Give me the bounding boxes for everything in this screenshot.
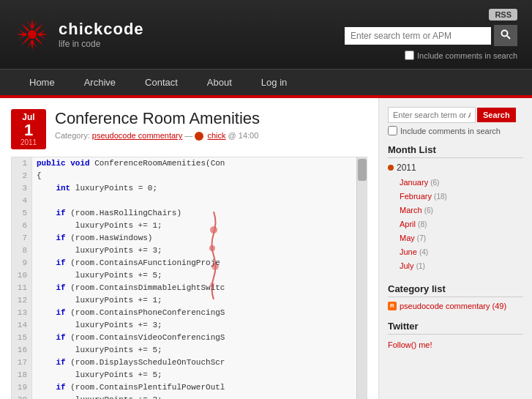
svg-marker-9 bbox=[21, 37, 30, 46]
date-year: 2011 bbox=[11, 138, 46, 146]
month-count: (8) bbox=[418, 220, 427, 228]
code-line: 17 if (room.DisplaysScheduleOnTouchScr bbox=[12, 357, 367, 369]
sidebar-include-comments-checkbox[interactable] bbox=[388, 126, 397, 135]
line-code: luxuryPoints += 3; bbox=[32, 319, 162, 332]
code-container: 1public void ConferenceRoomAmenities(Con… bbox=[11, 157, 367, 399]
line-number: 4 bbox=[12, 195, 32, 207]
line-number: 6 bbox=[12, 220, 32, 232]
month-link[interactable]: April bbox=[400, 220, 416, 228]
code-scrollbar[interactable] bbox=[356, 157, 367, 399]
rss-button[interactable]: RSS bbox=[489, 9, 517, 20]
month-item: February (18) bbox=[400, 190, 523, 204]
sidebar: Search Include comments in search Month … bbox=[378, 98, 532, 399]
code-line: 13 if (room.ContainsPhoneConferencingS bbox=[12, 307, 367, 319]
nav-item-about[interactable]: About bbox=[192, 70, 247, 95]
code-line: 14 luxuryPoints += 3; bbox=[12, 319, 367, 332]
line-number: 8 bbox=[12, 245, 32, 257]
author-icon bbox=[195, 132, 203, 141]
code-line: 9 if (room.ContainsAFunctioningProje bbox=[12, 257, 367, 269]
site-title: chickcode bbox=[59, 20, 144, 39]
code-line: 19 if (room.ContainsPlentifulPowerOutl bbox=[12, 381, 367, 394]
date-badge: Jul 1 2011 bbox=[11, 109, 46, 149]
month-item: January (6) bbox=[400, 176, 523, 190]
line-code: luxuryPoints += 1; bbox=[32, 294, 162, 307]
code-line: 15 if (room.ContainsVideoConferencingS bbox=[12, 332, 367, 344]
line-number: 7 bbox=[12, 232, 32, 245]
line-number: 11 bbox=[12, 282, 32, 294]
code-line: 20 luxuryPoints += 2; bbox=[12, 394, 367, 399]
main: Jul 1 2011 Conference Room Amenities Cat… bbox=[0, 98, 532, 399]
month-list: January (6)February (18)March (6)April (… bbox=[388, 176, 523, 273]
line-code: if (room.HasRollingChairs) bbox=[32, 207, 181, 220]
line-code: luxuryPoints += 3; bbox=[32, 245, 162, 257]
line-code bbox=[32, 195, 37, 207]
line-number: 17 bbox=[12, 357, 32, 369]
header-include-comments: Include comments in search bbox=[405, 51, 517, 60]
month-link[interactable]: February bbox=[400, 192, 432, 201]
month-link[interactable]: July bbox=[400, 261, 414, 270]
rss-small-icon: R bbox=[388, 302, 397, 310]
month-item: July (1) bbox=[400, 259, 523, 273]
month-link[interactable]: June bbox=[400, 247, 417, 256]
svg-point-18 bbox=[502, 31, 508, 37]
header-search-input[interactable] bbox=[345, 27, 491, 45]
code-line: 1public void ConferenceRoomAmenities(Con bbox=[12, 157, 367, 170]
line-code: luxuryPoints += 5; bbox=[32, 369, 162, 381]
header-right: RSS Include comments in search bbox=[345, 9, 517, 60]
category-link[interactable]: pseudocode commentary bbox=[92, 131, 183, 140]
svg-marker-8 bbox=[35, 37, 44, 46]
year-bullet bbox=[388, 165, 394, 171]
scroll-thumb[interactable] bbox=[358, 159, 367, 181]
sidebar-search: Search Include comments in search bbox=[388, 107, 523, 135]
month-link[interactable]: January bbox=[400, 178, 428, 187]
header-search-button[interactable] bbox=[494, 25, 517, 46]
header-include-comments-checkbox[interactable] bbox=[405, 51, 414, 60]
article-meta: Category: pseudocode commentary — chick … bbox=[55, 131, 260, 141]
line-code: if (room.ContainsPhoneConferencingS bbox=[32, 307, 225, 319]
sidebar-include-comments-label: Include comments in search bbox=[400, 127, 501, 135]
nav-item-login[interactable]: Log in bbox=[247, 70, 301, 95]
category-link-sidebar[interactable]: pseudocode commentary (49) bbox=[400, 302, 506, 310]
month-link[interactable]: March bbox=[400, 206, 422, 215]
month-count: (18) bbox=[434, 193, 447, 201]
code-line: 10 luxuryPoints += 5; bbox=[12, 269, 367, 282]
line-number: 9 bbox=[12, 257, 32, 269]
line-number: 12 bbox=[12, 294, 32, 307]
code-line: 18 luxuryPoints += 5; bbox=[12, 369, 367, 381]
header: chickcode life in code RSS Include comme… bbox=[0, 0, 532, 69]
category-list-title: Category list bbox=[388, 283, 523, 297]
line-number: 14 bbox=[12, 319, 32, 332]
category-item: R pseudocode commentary (49) bbox=[388, 302, 523, 310]
sidebar-search-button[interactable]: Search bbox=[477, 108, 516, 122]
nav-item-archive[interactable]: Archive bbox=[70, 70, 130, 95]
line-number: 20 bbox=[12, 394, 32, 399]
line-number: 10 bbox=[12, 269, 32, 282]
header-include-comments-label: Include comments in search bbox=[417, 51, 517, 60]
line-code: if (room.HasWindows) bbox=[32, 232, 152, 245]
month-link[interactable]: May bbox=[400, 234, 415, 242]
nav-item-contact[interactable]: Contact bbox=[130, 70, 192, 95]
date-day: 1 bbox=[11, 122, 46, 138]
author-link[interactable]: chick bbox=[207, 131, 225, 140]
line-number: 19 bbox=[12, 381, 32, 394]
month-item: March (6) bbox=[400, 204, 523, 217]
category-label: Category: bbox=[55, 131, 90, 140]
code-line: 3 int luxuryPoints = 0; bbox=[12, 182, 367, 195]
article-title-area: Conference Room Amenities Category: pseu… bbox=[55, 109, 260, 141]
month-count: (7) bbox=[417, 234, 426, 242]
line-code: if (room.ContainsDimmableLightSwitc bbox=[32, 282, 225, 294]
article-header: Jul 1 2011 Conference Room Amenities Cat… bbox=[11, 109, 367, 149]
svg-marker-6 bbox=[21, 23, 30, 32]
sidebar-search-input[interactable] bbox=[388, 107, 476, 123]
line-code: luxuryPoints += 5; bbox=[32, 269, 162, 282]
month-list-section: Month List 2011 January (6)February (18)… bbox=[388, 144, 523, 273]
month-list-year: 2011 bbox=[388, 163, 523, 173]
line-code: if (room.ContainsPlentifulPowerOutl bbox=[32, 381, 225, 394]
code-line: 8 luxuryPoints += 3; bbox=[12, 245, 367, 257]
logo-icon bbox=[15, 17, 50, 52]
svg-marker-7 bbox=[35, 23, 44, 32]
twitter-follow-link[interactable]: Follow() me! bbox=[388, 340, 432, 349]
month-list-title: Month List bbox=[388, 144, 523, 158]
svg-line-19 bbox=[507, 36, 510, 39]
nav-item-home[interactable]: Home bbox=[15, 70, 70, 95]
